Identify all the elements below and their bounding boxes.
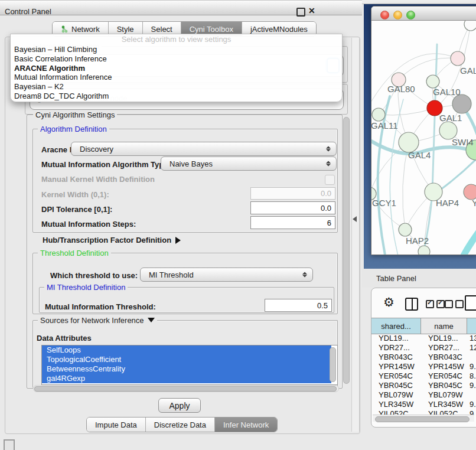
attribute-list-item[interactable]: gal4RGexp xyxy=(42,374,331,383)
close-traffic-light-icon[interactable] xyxy=(380,11,389,19)
mi-threshold-field[interactable]: 0.5 xyxy=(265,299,332,312)
float-window-icon[interactable] xyxy=(296,8,305,17)
aracne-mode-combo[interactable]: Discovery xyxy=(71,142,337,156)
kernel-width-field[interactable]: 0.0 xyxy=(250,187,335,200)
table-cell: YER054C xyxy=(421,371,467,381)
network-node-gal4[interactable] xyxy=(399,132,419,152)
table-row[interactable]: YER054CYER054C8. xyxy=(371,371,476,381)
which-threshold-value: MI Threshold xyxy=(149,270,194,279)
table-cell: 13 xyxy=(467,334,476,343)
hub-expander-label: Hub/Transcription Factor Definition xyxy=(43,236,171,244)
table-cell: 9. xyxy=(467,381,476,390)
mi-steps-field[interactable]: 6 xyxy=(250,216,335,229)
dropdown-item[interactable]: Bayesian – K2 xyxy=(11,82,342,92)
network-node-gal11[interactable] xyxy=(372,108,385,121)
settings-scrollbar-thumb[interactable] xyxy=(343,117,350,384)
cyni-bottom-tab-bar: Impute DataDiscretize DataInfer Network xyxy=(86,417,278,432)
manual-kernel-checkbox[interactable] xyxy=(325,175,335,185)
control-panel-scrollbar[interactable] xyxy=(351,38,360,432)
network-node-gray-node[interactable] xyxy=(452,94,471,113)
minimize-traffic-light-icon[interactable] xyxy=(393,11,402,19)
table-cell: 9. xyxy=(467,409,476,415)
table-column-header[interactable]: name xyxy=(421,318,467,334)
sources-expander[interactable]: Sources for Network Inference xyxy=(38,316,157,325)
network-node-gal10[interactable] xyxy=(426,75,439,88)
table-hscrollbar-thumb[interactable] xyxy=(375,416,470,422)
settings-scrollbar[interactable] xyxy=(343,116,350,385)
network-node-label: GAL xyxy=(460,66,476,76)
table-column-header[interactable]: shared... xyxy=(371,318,421,334)
minimized-panel-icon[interactable] xyxy=(4,439,15,450)
mi-type-label: Mutual Information Algorithm Type: xyxy=(41,160,171,169)
mi-type-combo[interactable]: Naive Bayes xyxy=(161,156,337,171)
dropdown-item[interactable]: ARACNE Algorithm xyxy=(11,64,342,73)
document-icon[interactable] xyxy=(465,295,476,311)
tab-label: Infer Network xyxy=(223,420,269,429)
attribute-list-item[interactable]: BetweennessCentrality xyxy=(42,364,331,374)
network-canvas[interactable]: GALGAL80GAL10GAL1GAL11GAL4SWI4GCY1HAP4YH… xyxy=(371,21,476,255)
table-cell: YDL19... xyxy=(371,334,421,343)
network-node-hap2[interactable] xyxy=(399,223,412,236)
tab-label: Impute Data xyxy=(95,420,137,429)
network-node-label: SWI4 xyxy=(452,137,474,147)
table-hscrollbar[interactable] xyxy=(373,415,474,422)
network-node-label: HAP4 xyxy=(436,198,459,208)
hub-expander[interactable]: Hub/Transcription Factor Definition xyxy=(43,236,181,244)
control-panel-title: Control Panel xyxy=(5,7,51,16)
dropdown-item[interactable]: Mutual Information Inference xyxy=(11,73,342,82)
tab-infer-network[interactable]: Infer Network xyxy=(215,418,277,432)
checked-pair-icon[interactable] xyxy=(426,300,445,308)
aracne-mode-value: Discovery xyxy=(80,145,113,154)
algorithm-dropdown-list: Select algorithm to view settings Bayesi… xyxy=(10,34,343,102)
table-row[interactable]: YBL079WYBL079W xyxy=(371,390,476,400)
mi-steps-label: Mutual Information Steps: xyxy=(41,220,136,229)
dropdown-placeholder: Select algorithm to view settings xyxy=(11,34,342,45)
data-attributes-list[interactable]: SelfLoopsTopologicalCoefficientBetweenne… xyxy=(41,345,338,385)
table-cell: YBR045C xyxy=(371,381,421,390)
close-icon[interactable]: ✕ xyxy=(308,6,315,15)
table-panel-window: ⚙ shared...name YDL19...YDL19...13YDR27.… xyxy=(371,288,476,428)
network-node-gal-cut[interactable] xyxy=(451,51,465,66)
attribute-list-item[interactable]: SelfLoops xyxy=(42,345,331,355)
tab-impute-data[interactable]: Impute Data xyxy=(87,418,146,432)
dropdown-item[interactable]: Bayesian – Hill Climbing xyxy=(11,45,342,54)
dropdown-item[interactable]: Dream8 DC_TDC Algorithm xyxy=(11,92,342,101)
network-node-bottom[interactable] xyxy=(418,246,430,255)
table-cell: 12 xyxy=(467,343,476,353)
network-view-window[interactable]: GALGAL80GAL10GAL1GAL11GAL4SWI4GCY1HAP4YH… xyxy=(371,6,476,255)
table-cell: YER054C xyxy=(371,371,421,381)
network-node-white-top[interactable] xyxy=(464,21,476,31)
dpi-tolerance-field[interactable]: 0.0 xyxy=(250,201,335,214)
table-row[interactable]: YDL19...YDL19...13 xyxy=(371,334,476,343)
zoom-traffic-light-icon[interactable] xyxy=(406,11,415,19)
network-node-label: GCY1 xyxy=(372,198,396,208)
table-row[interactable]: YLR345WYLR345W9. xyxy=(371,400,476,409)
table-column-header[interactable] xyxy=(467,318,476,334)
network-edge-highlighted xyxy=(460,217,476,255)
network-window-titlebar[interactable] xyxy=(371,6,476,21)
settings-hscrollbar-thumb[interactable] xyxy=(34,386,337,392)
attributes-scrollbar-thumb[interactable] xyxy=(330,347,336,382)
gear-icon[interactable]: ⚙ xyxy=(383,295,395,309)
manual-kernel-label: Manual Kernel Width Definition xyxy=(41,175,155,184)
expander-down-icon xyxy=(148,318,155,322)
table-row[interactable]: YBR043CYBR043C xyxy=(371,353,476,362)
which-threshold-combo[interactable]: MI Threshold xyxy=(140,268,313,282)
table-row[interactable]: YPR145WYPR145W9. xyxy=(371,362,476,371)
table-row[interactable]: YBR045CYBR045C9. xyxy=(371,381,476,390)
table-cell: YLR345W xyxy=(371,400,421,409)
table-row[interactable]: YDR27...YDR27...12 xyxy=(371,343,476,353)
panel-collapse-arrow-icon[interactable] xyxy=(353,216,357,222)
dropdown-item[interactable]: Basic Correlation Inference xyxy=(11,54,342,64)
unchecked-pair-icon[interactable] xyxy=(445,300,464,308)
attribute-list-item[interactable]: TopologicalCoefficient xyxy=(42,355,331,364)
apply-button[interactable]: Apply xyxy=(158,398,201,413)
tab-discretize-data[interactable]: Discretize Data xyxy=(146,418,215,432)
network-node-label: GAL1 xyxy=(439,113,462,123)
table-row[interactable]: YIL052CYIL052C9. xyxy=(371,409,476,415)
settings-hscrollbar[interactable] xyxy=(33,385,339,392)
algorithm-definition-title: Algorithm Definition xyxy=(38,125,109,133)
network-icon xyxy=(61,25,69,33)
split-columns-icon[interactable] xyxy=(405,298,418,311)
table-cell: YDR27... xyxy=(371,343,421,353)
